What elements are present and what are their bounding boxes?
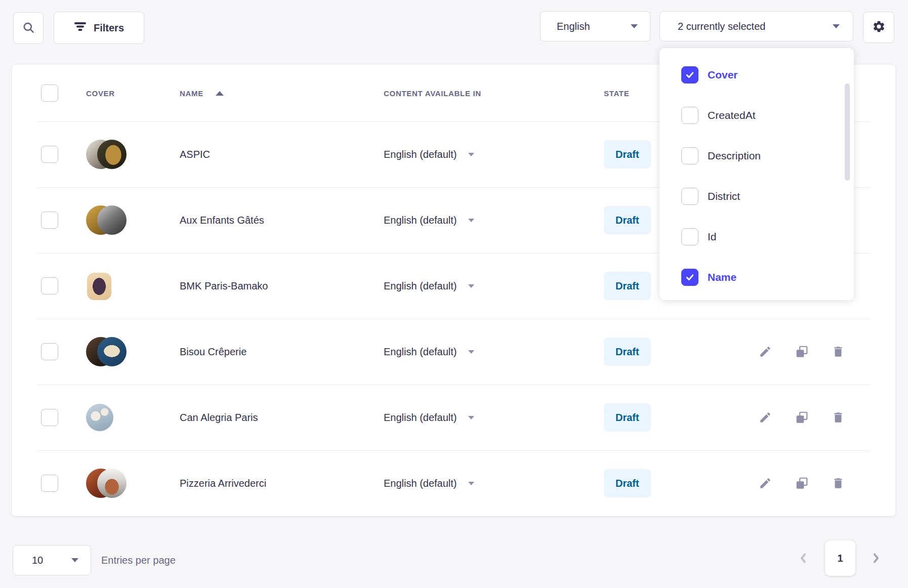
duplicate-button[interactable]	[795, 477, 808, 490]
cover-avatar-group	[86, 139, 127, 170]
cover-avatar-group	[86, 337, 127, 367]
trash-icon	[832, 345, 845, 358]
page-size-value: 10	[32, 555, 43, 566]
check-icon	[685, 70, 695, 80]
unchecked-checkbox[interactable]	[681, 107, 698, 124]
edit-button[interactable]	[759, 345, 772, 358]
cover-avatar-group	[86, 468, 127, 498]
cover-image	[97, 337, 127, 366]
column-option-name[interactable]: Name	[659, 257, 854, 298]
cover-image	[97, 205, 127, 235]
column-header-cover: COVER	[86, 89, 180, 98]
row-checkbox[interactable]	[41, 409, 58, 426]
filters-button[interactable]: Filters	[54, 12, 144, 44]
entries-per-page-label: Entries per page	[101, 555, 176, 566]
edit-button[interactable]	[759, 411, 772, 424]
delete-button[interactable]	[832, 345, 845, 358]
chevron-down-icon	[833, 24, 840, 28]
row-name: Pizzeria Arrivederci	[180, 478, 384, 489]
column-picker-select-value: 2 currently selected	[678, 21, 765, 32]
column-option-description[interactable]: Description	[659, 136, 854, 176]
popover-scrollbar[interactable]	[845, 83, 850, 181]
table-row[interactable]: Pizzeria Arrivederci English (default) D…	[12, 450, 895, 516]
filter-icon	[74, 21, 87, 34]
chevron-down-icon	[468, 482, 474, 485]
previous-page-button[interactable]	[796, 551, 811, 567]
copy-icon	[795, 345, 808, 358]
duplicate-button[interactable]	[795, 345, 808, 358]
row-locale-dropdown[interactable]: English (default)	[384, 412, 604, 424]
settings-button[interactable]	[863, 12, 894, 43]
search-icon	[22, 21, 35, 36]
delete-button[interactable]	[832, 477, 845, 490]
column-option-cover[interactable]: Cover	[659, 55, 854, 95]
unchecked-checkbox[interactable]	[681, 188, 698, 205]
checked-checkbox[interactable]	[681, 269, 698, 286]
chevron-down-icon	[468, 350, 474, 354]
cover-avatar-group	[86, 271, 127, 301]
column-option-id[interactable]: Id	[659, 217, 854, 257]
next-page-button[interactable]	[869, 551, 884, 567]
row-checkbox[interactable]	[41, 475, 58, 492]
pencil-icon	[759, 345, 772, 358]
cover-image	[87, 273, 111, 300]
cover-image	[97, 140, 127, 169]
table-row[interactable]: Bisou Crêperie English (default) Draft	[12, 319, 895, 385]
locale-select[interactable]: English	[540, 11, 650, 41]
delete-button[interactable]	[832, 411, 845, 424]
column-option-district[interactable]: District	[659, 176, 854, 217]
row-name: BMK Paris-Bamako	[180, 280, 384, 292]
page-size-select[interactable]: 10	[13, 545, 91, 575]
edit-button[interactable]	[759, 477, 772, 490]
row-checkbox[interactable]	[41, 343, 58, 360]
row-locale-dropdown[interactable]: English (default)	[384, 280, 604, 292]
row-checkbox[interactable]	[41, 277, 58, 295]
row-locale-dropdown[interactable]: English (default)	[384, 149, 604, 160]
cover-image	[86, 404, 113, 431]
row-locale-dropdown[interactable]: English (default)	[384, 215, 604, 226]
row-checkbox[interactable]	[41, 212, 58, 229]
page-1-button[interactable]: 1	[825, 540, 855, 576]
chevron-down-icon	[468, 284, 474, 288]
duplicate-button[interactable]	[795, 411, 808, 424]
column-picker-popover: Cover CreatedAt Description District Id …	[659, 48, 854, 300]
table-row[interactable]: Can Alegria Paris English (default) Draf…	[12, 385, 895, 450]
column-picker-select[interactable]: 2 currently selected	[659, 11, 853, 41]
cover-image	[97, 469, 127, 498]
chevron-right-icon	[869, 551, 884, 566]
checked-checkbox[interactable]	[681, 66, 698, 83]
pencil-icon	[759, 477, 772, 490]
status-badge: Draft	[604, 140, 651, 169]
chevron-left-icon	[796, 551, 811, 566]
chevron-down-icon	[468, 416, 474, 419]
column-header-name[interactable]: NAME	[180, 89, 384, 98]
copy-icon	[795, 477, 808, 490]
gear-icon	[872, 20, 886, 35]
column-header-content-available-in: CONTENT AVAILABLE IN	[384, 89, 604, 98]
search-button[interactable]	[13, 12, 44, 44]
status-badge: Draft	[604, 338, 651, 366]
row-locale-dropdown[interactable]: English (default)	[384, 346, 604, 358]
row-name: Bisou Crêperie	[180, 346, 384, 358]
chevron-down-icon	[468, 153, 474, 156]
status-badge: Draft	[604, 206, 651, 234]
chevron-down-icon	[71, 558, 78, 562]
row-checkbox[interactable]	[41, 146, 58, 163]
row-name: Can Alegria Paris	[180, 412, 384, 424]
cover-avatar-group	[86, 205, 127, 235]
trash-icon	[832, 477, 845, 490]
pencil-icon	[759, 411, 772, 424]
locale-select-value: English	[557, 21, 590, 32]
chevron-down-icon	[631, 24, 638, 28]
chevron-down-icon	[468, 219, 474, 222]
status-badge: Draft	[604, 272, 651, 300]
sort-ascending-icon	[216, 91, 224, 96]
row-name: Aux Enfants Gâtés	[180, 215, 384, 226]
filters-button-label: Filters	[94, 22, 124, 34]
copy-icon	[795, 411, 808, 424]
unchecked-checkbox[interactable]	[681, 228, 698, 245]
column-option-createdat[interactable]: CreatedAt	[659, 95, 854, 136]
row-locale-dropdown[interactable]: English (default)	[384, 478, 604, 489]
unchecked-checkbox[interactable]	[681, 147, 698, 164]
select-all-checkbox[interactable]	[41, 85, 58, 102]
